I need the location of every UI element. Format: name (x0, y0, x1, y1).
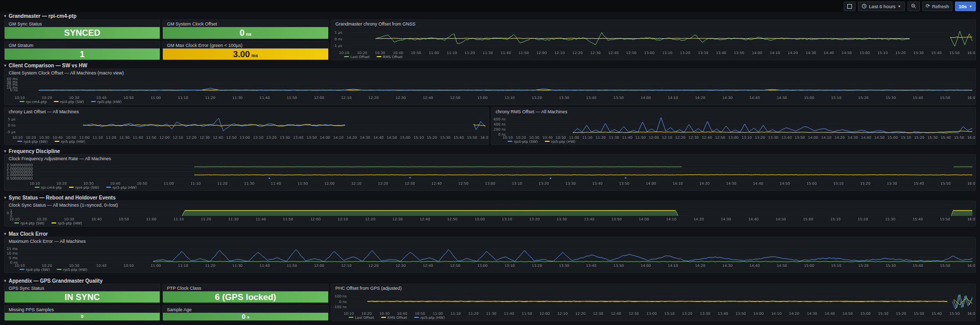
panel-title[interactable]: chrony Last Offset — All Machines (5, 108, 488, 115)
panel-gps-sync-status: GPS Sync Status IN SYNC (4, 284, 160, 303)
stat-unit: ms (252, 54, 258, 58)
panel-title[interactable]: Grandmaster chrony Offset from GNSS (331, 20, 975, 27)
chevron-down-icon: ▼ (898, 5, 901, 8)
chart-canvas[interactable] (331, 27, 975, 60)
chevron-down-icon: ▾ (4, 232, 6, 236)
stat-value: 0 (81, 314, 83, 319)
stat-value: IN SYNC (65, 293, 100, 302)
row-title: Max Clock Error (9, 231, 48, 237)
panel-client-offset-macro-chart: Client System Clock Offset — All Machine… (4, 68, 976, 105)
panel-gm-max-clock-error: GM Max Clock Error (green < 100µs) 3.00 … (162, 41, 329, 60)
row-title: Grandmaster — rpi-cm4-ptp (9, 13, 77, 19)
zoom-out-time-button[interactable] (908, 2, 920, 11)
stat-value: 0 (242, 313, 246, 320)
stat-background: 3.00 ms (163, 48, 328, 60)
panel-title[interactable]: Client System Clock Offset — All Machine… (5, 69, 975, 76)
stat-value: SYNCED (64, 29, 101, 37)
panel-ptp-clock-class: PTP Clock Class 6 (GPS locked) (162, 284, 329, 303)
chevron-down-icon: ▾ (4, 195, 6, 200)
refresh-button[interactable]: ⟳ Refresh (922, 2, 953, 11)
panel-title[interactable]: GM Stratum (5, 41, 160, 48)
stat-value: 0 (240, 29, 244, 37)
clock-icon (862, 4, 867, 9)
stat-background: 0 ns (163, 27, 328, 39)
panel-phc-offset-chart: PHC Offset from GPS (adjusted) (331, 284, 976, 321)
panel-sample-age: Sample Age 0 s (162, 305, 329, 321)
row-title: Sync Status — Reboot and Holdover Events (9, 195, 115, 201)
view-mode-button[interactable] (844, 2, 855, 11)
chart-canvas[interactable] (5, 115, 488, 144)
chevron-down-icon: ▾ (4, 149, 6, 154)
panel-title[interactable]: Missing PPS Samples (5, 306, 160, 313)
stat-background: 0 s (163, 313, 328, 320)
chart-canvas[interactable] (5, 76, 975, 105)
panel-gm-sync-status: GM Sync Status SYNCED (4, 19, 160, 39)
panel-title[interactable]: PHC Offset from GPS (adjusted) (331, 284, 975, 291)
magnifier-zoom-out-icon (911, 4, 916, 9)
panel-clock-sync-status-chart: Clock Sync Status — All Machines (1=sync… (4, 201, 976, 227)
panel-chrony-rms-offset-chart: chrony RMS Offset — All Machines (491, 107, 976, 145)
stat-value: 3.00 (233, 50, 250, 59)
grafana-dashboard: Last 6 hours ▼ ⟳ Refresh 10s ▼ ▾ Grandma… (0, 0, 980, 325)
row-title: Appendix — GPS Grandmaster Quality (9, 278, 103, 284)
panel-title[interactable]: GPS Sync Status (5, 284, 160, 291)
panel-gm-system-clock-offset: GM System Clock Offset 0 ns (162, 19, 329, 39)
panel-title[interactable]: GM Sync Status (5, 20, 160, 27)
stat-background: IN SYNC (5, 291, 160, 303)
panel-gm-chrony-offset-chart: Grandmaster chrony Offset from GNSS (331, 19, 976, 60)
panel-title[interactable]: GM System Clock Offset (163, 20, 328, 27)
panel-title[interactable]: GM Max Clock Error (green < 100µs) (163, 41, 328, 48)
time-series-plot (5, 208, 975, 226)
panel-chrony-last-offset-chart: chrony Last Offset — All Machines (4, 107, 489, 145)
panel-title[interactable]: Maximum Clock Error — All Machines (5, 237, 975, 244)
chart-canvas[interactable] (331, 291, 975, 320)
chevron-down-icon: ▾ (4, 279, 6, 283)
chart-canvas[interactable] (5, 162, 975, 190)
chart-canvas[interactable] (5, 244, 975, 272)
time-range-label: Last 6 hours (869, 4, 895, 9)
refresh-label: Refresh (932, 4, 949, 9)
stat-background: 6 (GPS locked) (163, 291, 328, 303)
stat-unit: s (247, 315, 249, 319)
panel-title[interactable]: Clock Frequency Adjustment Rate — All Ma… (5, 155, 975, 162)
stat-background: 1 (5, 48, 160, 60)
row-title: Client Comparison — SW vs HW (9, 63, 87, 68)
panel-missing-pps-samples: Missing PPS Samples 0 (4, 305, 160, 321)
stat-value: 1 (80, 50, 84, 59)
chart-canvas[interactable] (5, 208, 975, 226)
time-series-plot (5, 76, 975, 105)
time-series-plot (331, 27, 975, 60)
time-range-picker[interactable]: Last 6 hours ▼ (858, 2, 904, 11)
row-title: Frequency Discipline (9, 148, 60, 154)
panel-maximum-clock-error-chart: Maximum Clock Error — All Machines (4, 237, 976, 273)
chevron-down-icon: ▾ (4, 63, 6, 68)
panel-title[interactable]: chrony RMS Offset — All Machines (492, 108, 975, 115)
chevron-down-icon: ▼ (969, 5, 972, 8)
time-series-plot (492, 115, 975, 144)
chart-canvas[interactable] (492, 115, 975, 144)
refresh-icon: ⟳ (926, 4, 930, 9)
panel-title[interactable]: Clock Sync Status — All Machines (1=sync… (5, 201, 975, 208)
stat-background: SYNCED (5, 27, 160, 39)
panel-title[interactable]: Sample Age (163, 306, 328, 313)
time-series-plot (5, 162, 975, 190)
interval-label: 10s (959, 4, 967, 9)
panel-view-icon (847, 4, 852, 9)
row-header-grandmaster[interactable]: ▾ Grandmaster — rpi-cm4-ptp (4, 13, 77, 19)
refresh-interval-button[interactable]: 10s ▼ (955, 2, 976, 11)
panel-gm-stratum: GM Stratum 1 (4, 41, 160, 60)
time-series-plot (331, 291, 975, 320)
stat-value: 6 (GPS locked) (215, 293, 276, 302)
panel-title[interactable]: PTP Clock Class (163, 284, 328, 291)
panel-frequency-adjustment-chart: Clock Frequency Adjustment Rate — All Ma… (4, 154, 976, 191)
chevron-down-icon: ▾ (4, 14, 6, 18)
stat-unit: ns (246, 32, 252, 37)
time-series-plot (5, 115, 488, 144)
stat-background: 0 (5, 313, 160, 320)
dashboard-toolbar: Last 6 hours ▼ ⟳ Refresh 10s ▼ (0, 0, 980, 12)
time-series-plot (5, 244, 975, 272)
